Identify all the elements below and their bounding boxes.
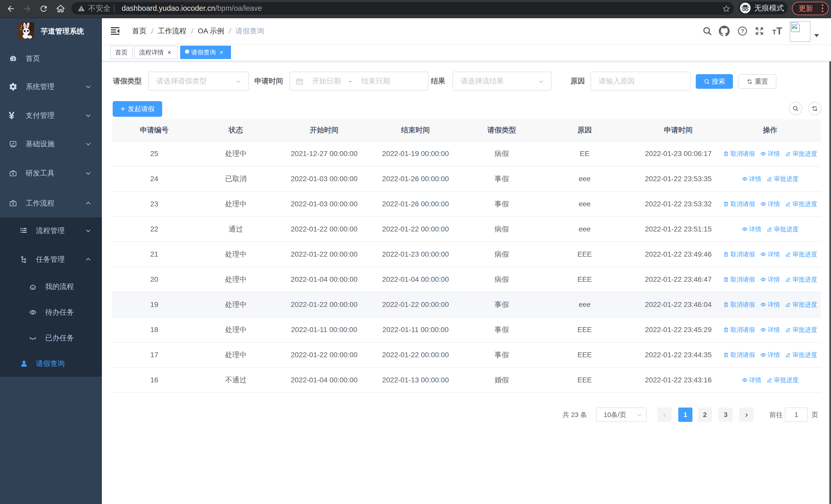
svg-text:?: ? [741, 28, 744, 34]
